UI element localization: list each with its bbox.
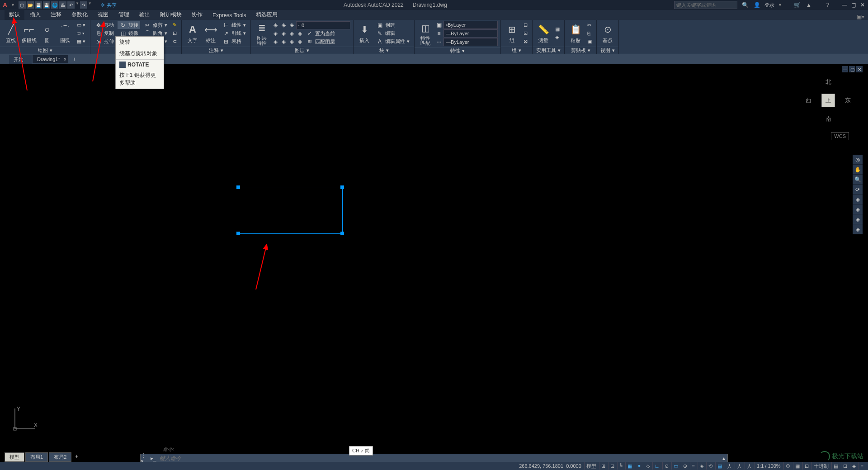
- user-icon[interactable]: 👤: [753, 1, 761, 9]
- color-dropdown[interactable]: ▫ ByLayer: [443, 21, 498, 29]
- tab-default[interactable]: 默认: [5, 9, 24, 20]
- nav6-icon[interactable]: ◈: [853, 204, 863, 214]
- help-icon[interactable]: ?: [824, 1, 832, 9]
- sb3-icon[interactable]: ┗: [617, 462, 624, 470]
- cmd-arrow-icon[interactable]: ▸_: [149, 455, 158, 461]
- sb17-icon[interactable]: 人: [745, 462, 754, 470]
- vp-min-icon[interactable]: —: [842, 66, 848, 72]
- vp-close-icon[interactable]: ✕: [856, 66, 863, 72]
- new-tab-icon[interactable]: +: [69, 55, 80, 63]
- close-icon[interactable]: ✕: [859, 1, 866, 9]
- measure-button[interactable]: 📏 测量: [535, 21, 552, 46]
- util1-icon[interactable]: ▦: [553, 25, 561, 33]
- space-label[interactable]: 模型: [584, 462, 598, 470]
- command-input[interactable]: [158, 455, 720, 461]
- tab-manage[interactable]: 管理: [114, 9, 134, 20]
- grip-tl[interactable]: [236, 185, 240, 189]
- open-icon[interactable]: 📂: [27, 1, 34, 9]
- viewcube[interactable]: 北 南 西 东 上: [806, 78, 851, 123]
- ungroup-icon[interactable]: ⊟: [522, 21, 529, 29]
- tab-drawing1[interactable]: Drawing1* ×: [33, 55, 68, 63]
- tab-addins[interactable]: 附加模块: [156, 9, 186, 20]
- sb24-icon[interactable]: ◈: [850, 462, 858, 470]
- autodesk-icon[interactable]: ▲: [805, 1, 813, 9]
- minimize-icon[interactable]: —: [841, 1, 848, 9]
- layer-icon4[interactable]: ◈: [272, 30, 279, 37]
- lineweight-dropdown[interactable]: — ByLayer: [443, 29, 498, 38]
- tab-start[interactable]: 开始: [9, 55, 32, 64]
- sb9-icon[interactable]: ▭: [671, 462, 680, 470]
- linear-button[interactable]: ⊢线性 ▾: [221, 21, 248, 29]
- circle-button[interactable]: ○ 圆: [39, 21, 55, 46]
- sb20-icon[interactable]: ⊡: [802, 462, 811, 470]
- tab-model[interactable]: 模型: [5, 452, 24, 462]
- search-icon[interactable]: 🔍: [741, 1, 749, 9]
- panel-clip-label[interactable]: 剪贴板 ▾: [565, 47, 596, 54]
- tab-insert[interactable]: 插入: [25, 9, 45, 20]
- layer-icon6[interactable]: ◈: [288, 30, 295, 37]
- create-button[interactable]: ▣创建: [374, 21, 411, 29]
- layer-icon7[interactable]: ◈: [296, 30, 303, 37]
- nav5-icon[interactable]: ◈: [853, 195, 863, 204]
- share-button[interactable]: ✈ 共享: [101, 2, 117, 9]
- layer-icon8[interactable]: ◈: [272, 38, 279, 45]
- tab-view[interactable]: 视图: [93, 9, 113, 20]
- stretch-button[interactable]: ⇲拉伸: [93, 38, 116, 45]
- matchlayer-button[interactable]: ≋匹配图层: [304, 38, 337, 46]
- copy-button[interactable]: ⎘复制: [93, 29, 116, 37]
- color-icon[interactable]: ▣: [435, 21, 443, 28]
- table-button[interactable]: ⊞表格: [221, 38, 248, 45]
- dimension-button[interactable]: ⟷ 标注: [203, 21, 219, 46]
- coords[interactable]: 266.6429, 756.1801, 0.0000: [517, 462, 583, 470]
- layer-icon2[interactable]: ◈: [280, 21, 287, 28]
- lineweight-icon[interactable]: ≡: [435, 30, 443, 37]
- web-icon[interactable]: 🌐: [51, 1, 58, 9]
- tab-annotate[interactable]: 注释: [46, 9, 66, 20]
- grip-br[interactable]: [340, 232, 344, 235]
- sb11-icon[interactable]: ≡: [690, 462, 697, 470]
- erase-icon[interactable]: ✎: [171, 21, 179, 29]
- sb12-icon[interactable]: ◈: [698, 462, 705, 470]
- layer-icon11[interactable]: ◈: [296, 38, 303, 45]
- offset-icon[interactable]: ⊂: [171, 38, 179, 45]
- setcurrent-button[interactable]: ✓置为当前: [304, 30, 337, 38]
- nav8-icon[interactable]: ◈: [853, 224, 863, 234]
- clip3-icon[interactable]: ▣: [585, 38, 594, 45]
- ellipse-icon[interactable]: ⬭ ▾: [75, 29, 87, 37]
- wcs-label[interactable]: WCS: [831, 132, 849, 140]
- ime-indicator[interactable]: CH ♪ 简: [349, 446, 373, 456]
- new-icon[interactable]: ▢: [19, 1, 26, 9]
- maximize-icon[interactable]: ▢: [850, 1, 857, 9]
- group3-icon[interactable]: ⊠: [522, 38, 529, 45]
- leader-button[interactable]: ↗引线 ▾: [221, 29, 248, 37]
- sb4-icon[interactable]: ▦: [625, 462, 634, 470]
- ribbon-collapse-icon[interactable]: ▣▾: [857, 14, 864, 20]
- steering-icon[interactable]: ◎: [853, 155, 863, 165]
- match-props-button[interactable]: ◫ 特性 匹配: [417, 21, 434, 46]
- panel-group-label[interactable]: 组 ▾: [501, 47, 532, 54]
- tab-layout1[interactable]: 布局1: [25, 452, 48, 462]
- layer-props-button[interactable]: ≣ 图层 特性: [254, 21, 270, 46]
- sb14-icon[interactable]: ▤: [715, 462, 724, 470]
- edit-button[interactable]: ✎编辑: [374, 29, 411, 37]
- app-icon[interactable]: A: [0, 0, 10, 10]
- linetype-dropdown[interactable]: — ByLayer: [443, 38, 498, 46]
- command-line[interactable]: ⋮ × ▸_ ▴: [140, 454, 728, 463]
- layer-icon1[interactable]: ◈: [272, 21, 279, 28]
- undo-icon[interactable]: ↶: [67, 1, 75, 9]
- pan-icon[interactable]: ✋: [853, 165, 863, 175]
- cmd-up-icon[interactable]: ▴: [720, 455, 727, 461]
- util2-icon[interactable]: ◈: [553, 33, 561, 41]
- tab-featured[interactable]: 精选应用: [251, 9, 282, 20]
- orbit-icon[interactable]: ⟳: [853, 185, 863, 195]
- group-button[interactable]: ⊞ 组: [504, 21, 520, 46]
- explode-icon[interactable]: ⊡: [171, 29, 179, 37]
- rect-icon[interactable]: ▭ ▾: [75, 21, 87, 29]
- gear-icon[interactable]: ⚙: [783, 462, 792, 470]
- rotate-button[interactable]: ↻旋转: [118, 21, 140, 29]
- sb13-icon[interactable]: ⟲: [706, 462, 714, 470]
- move-button[interactable]: ✥移动: [93, 21, 116, 29]
- nav7-icon[interactable]: ◈: [853, 214, 863, 224]
- tab-close-icon[interactable]: ×: [64, 57, 66, 62]
- decimal-label[interactable]: 十进制: [811, 462, 830, 470]
